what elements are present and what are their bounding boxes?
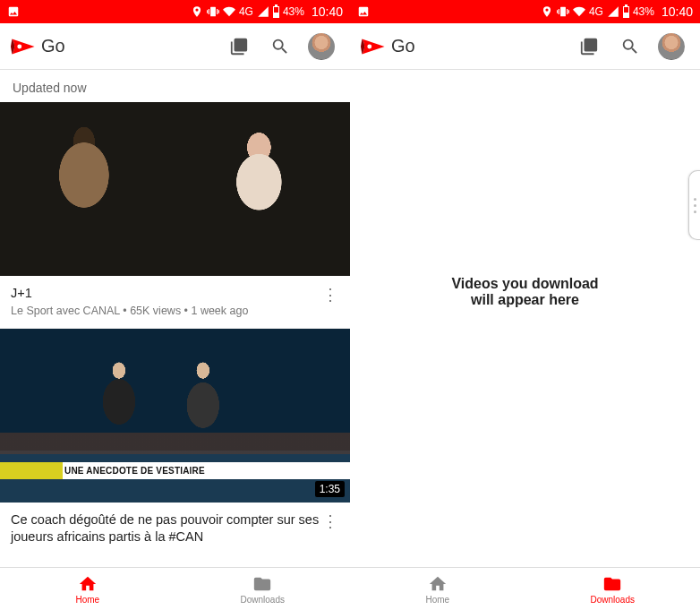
app-bar: Go: [0, 23, 350, 70]
side-drawer-handle[interactable]: [688, 170, 700, 240]
signal-icon: [257, 5, 269, 19]
svg-point-1: [367, 44, 371, 48]
empty-state: Videos you download will appear here: [350, 70, 700, 567]
search-icon[interactable]: [262, 29, 298, 64]
nav-label: Downloads: [591, 595, 635, 605]
youtube-go-logo-icon: [361, 38, 386, 56]
bottom-nav: Home Downloads: [350, 567, 700, 610]
folder-icon: [252, 574, 272, 594]
battery-icon: [623, 6, 629, 18]
nav-downloads[interactable]: Downloads: [175, 568, 351, 610]
video-banner: UNE ANECDOTE DE VESTIAIRE: [0, 462, 350, 479]
phone-left: 4G 43% 10:40 Go Updated now J+1 5:30 J+1…: [0, 0, 350, 610]
video-watermark: J+1: [316, 109, 341, 124]
video-title: J+1: [11, 285, 320, 303]
signal-icon: [607, 5, 619, 19]
vibrate-icon: [557, 5, 569, 19]
home-feed: Updated now J+1 5:30 J+1 Le Sport avec C…: [0, 70, 350, 567]
updated-label: Updated now: [0, 70, 350, 102]
app-title: Go: [41, 36, 65, 56]
nav-home[interactable]: Home: [350, 568, 525, 610]
bottom-nav: Home Downloads: [0, 567, 350, 610]
library-icon[interactable]: [571, 29, 607, 64]
video-duration: 5:30: [315, 254, 345, 271]
search-icon[interactable]: [612, 29, 648, 64]
battery-text: 43%: [283, 5, 304, 18]
home-icon: [428, 574, 448, 594]
nav-label: Home: [425, 595, 449, 605]
network-label: 4G: [239, 5, 253, 18]
home-icon: [78, 574, 98, 594]
status-bar: 4G 43% 10:40: [0, 0, 350, 23]
video-thumbnail[interactable]: UNE ANECDOTE DE VESTIAIRE 1:35: [0, 329, 350, 503]
nav-label: Home: [75, 595, 99, 605]
more-options-icon[interactable]: ⋮: [320, 285, 341, 317]
nav-label: Downloads: [241, 595, 285, 605]
status-bar: 4G 43% 10:40: [350, 0, 700, 23]
empty-line1: Videos you download: [451, 276, 598, 292]
video-title: Ce coach dégoûté de ne pas pouvoir compt…: [11, 511, 320, 546]
video-card[interactable]: UNE ANECDOTE DE VESTIAIRE 1:35 Ce coach …: [0, 329, 350, 559]
phone-right: 4G 43% 10:40 Go Videos you download will…: [350, 0, 700, 610]
app-title: Go: [391, 36, 415, 56]
account-avatar[interactable]: [303, 29, 339, 64]
video-duration: 1:35: [315, 481, 345, 497]
picture-icon: [7, 5, 20, 19]
video-subtitle: Le Sport avec CANAL • 65K views • 1 week…: [11, 305, 320, 317]
location-icon: [191, 5, 203, 19]
video-card[interactable]: J+1 5:30 J+1 Le Sport avec CANAL • 65K v…: [0, 102, 350, 329]
nav-downloads[interactable]: Downloads: [525, 568, 701, 610]
folder-icon: [602, 574, 622, 594]
account-avatar[interactable]: [653, 29, 689, 64]
vibrate-icon: [207, 5, 219, 19]
battery-text: 43%: [633, 5, 654, 18]
youtube-go-logo-icon: [11, 38, 36, 56]
network-label: 4G: [589, 5, 603, 18]
wifi-icon: [573, 5, 585, 19]
app-bar: Go: [350, 23, 700, 70]
nav-home[interactable]: Home: [0, 568, 175, 610]
picture-icon: [357, 5, 370, 19]
more-options-icon[interactable]: ⋮: [320, 511, 341, 548]
wifi-icon: [223, 5, 235, 19]
location-icon: [541, 5, 553, 19]
battery-icon: [273, 6, 279, 18]
svg-point-0: [17, 44, 21, 48]
empty-line2: will appear here: [471, 292, 579, 308]
clock-text: 10:40: [662, 4, 693, 19]
clock-text: 10:40: [312, 4, 343, 19]
video-thumbnail[interactable]: J+1 5:30: [0, 102, 350, 276]
downloads-screen: Videos you download will appear here: [350, 70, 700, 567]
library-icon[interactable]: [221, 29, 257, 64]
